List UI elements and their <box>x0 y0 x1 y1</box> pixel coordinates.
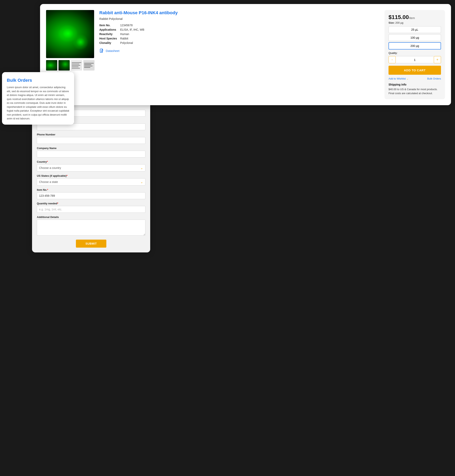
price-value: $115.00 <box>389 14 409 20</box>
applications-label: Applications <box>99 28 117 31</box>
size-option-25ul[interactable]: 25 µL <box>389 26 441 33</box>
wishlist-chevron-icon[interactable]: ⌄ <box>406 77 408 80</box>
item-no-form-label: Item No.* <box>37 188 145 191</box>
state-required: * <box>66 174 67 177</box>
clonality-label: Clonality <box>99 41 117 44</box>
company-label: Company Name <box>37 147 145 150</box>
product-card: Show more Rabbit anti-Mouse P16-INK4 ant… <box>40 4 451 105</box>
product-title: Rabbit anti-Mouse P16-INK4 antibody <box>99 10 380 16</box>
country-select[interactable]: Choose a country United States Canada Un… <box>37 164 145 172</box>
thumbnail-1[interactable] <box>46 60 57 71</box>
quantity-required: * <box>57 202 58 205</box>
state-group: US States (if applicable)* Choose a stat… <box>37 174 145 186</box>
thumbnail-2[interactable] <box>58 60 70 71</box>
applications-value: ELISA, IF, IHC, WB <box>120 28 380 31</box>
item-no-label: Item No. <box>99 24 117 27</box>
thumbnail-3[interactable] <box>71 60 82 71</box>
item-no-group: Item No.* <box>37 188 145 199</box>
thumbnail-row <box>46 60 95 71</box>
reactivity-label: Reactivity <box>99 33 117 36</box>
add-to-cart-button[interactable]: ADD TO CART <box>389 66 441 75</box>
quantity-plus-button[interactable]: + <box>434 56 441 63</box>
clonality-value: Polyclonal <box>120 41 380 44</box>
wishlist-row: Add to Wishlist ⌄ Bulk Orders <box>389 77 441 80</box>
state-select[interactable]: Choose a state California New York Texas <box>37 178 145 186</box>
country-label: Country* <box>37 160 145 163</box>
quantity-input[interactable] <box>396 56 434 63</box>
state-select-wrapper: Choose a state California New York Texas… <box>37 178 145 186</box>
country-required: * <box>47 160 48 163</box>
size-label-text: Size: <box>389 21 395 24</box>
country-select-wrapper: Choose a country United States Canada Un… <box>37 164 145 172</box>
price-display: $115.00/item <box>389 14 441 20</box>
bulk-orders-link[interactable]: Bulk Orders <box>427 77 441 80</box>
phone-label: Phone Number <box>37 133 145 136</box>
size-option-200ug[interactable]: 200 µg <box>389 42 441 49</box>
datasheet-label: Datasheet <box>106 49 119 52</box>
host-species-label: Host Species <box>99 37 117 40</box>
submit-button[interactable]: SUBMIT <box>76 240 106 248</box>
wishlist-link[interactable]: Add to Wishlist <box>389 77 406 80</box>
thumbnail-4[interactable] <box>83 60 95 71</box>
quantity-minus-button[interactable]: - <box>389 56 396 63</box>
bulk-orders-title: Bulk Orders <box>7 78 69 83</box>
main-product-image <box>46 10 94 58</box>
phone-input[interactable] <box>37 137 145 144</box>
additional-details-textarea[interactable] <box>37 220 145 236</box>
host-species-value: Rabbit <box>120 37 380 40</box>
quantity-label: Quatity: <box>389 51 441 55</box>
company-group: Company Name <box>37 147 145 157</box>
item-no-value: 12345678 <box>120 24 380 27</box>
shipping-title: Shipping info <box>389 83 441 86</box>
datasheet-icon <box>99 49 104 53</box>
pricing-panel: $115.00/item Size: 200 µg 25 µL 100 µg 2… <box>384 10 445 99</box>
quantity-control: - + <box>389 56 441 63</box>
quantity-needed-group: Quantity needed* <box>37 202 145 213</box>
state-label: US States (if applicable)* <box>37 174 145 177</box>
product-subtitle: Rabbit Polyclonal <box>99 17 380 20</box>
item-no-required: * <box>47 188 48 191</box>
phone-group: Phone Number <box>37 133 145 144</box>
bulk-orders-description: Lorem ipsum dolor sit amet, consectetur … <box>7 85 69 121</box>
company-input[interactable] <box>37 151 145 157</box>
reactivity-value: Human <box>120 33 380 36</box>
quantity-needed-label: Quantity needed* <box>37 202 145 205</box>
item-no-form-input[interactable] <box>37 192 145 199</box>
additional-details-label: Additional Details <box>37 216 145 219</box>
country-group: Country* Choose a country United States … <box>37 160 145 172</box>
shipping-info: $40.00 to US & Canada for most products.… <box>389 87 441 95</box>
size-option-100ug[interactable]: 100 µg <box>389 34 441 41</box>
selected-size: 200 µg <box>395 21 403 24</box>
product-specs: Item No. 12345678 Applications ELISA, IF… <box>99 24 380 44</box>
product-info: Rabbit anti-Mouse P16-INK4 antibody Rabb… <box>99 10 380 99</box>
datasheet-link[interactable]: Datasheet <box>99 49 380 53</box>
additional-details-group: Additional Details <box>37 216 145 236</box>
quantity-needed-input[interactable] <box>37 206 145 213</box>
per-item: /item <box>409 16 415 20</box>
size-label: Size: 200 µg <box>389 21 441 24</box>
bulk-orders-panel: Bulk Orders Lorem ipsum dolor sit amet, … <box>2 72 74 125</box>
